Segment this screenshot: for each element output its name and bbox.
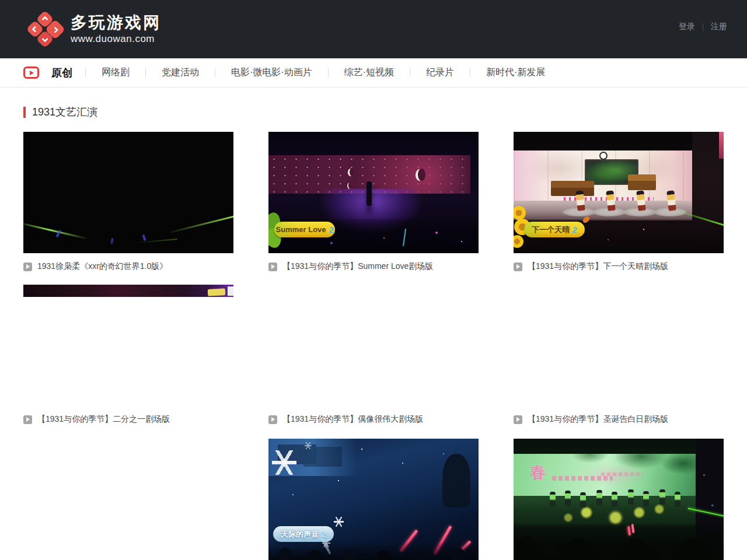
image-fragment: [208, 288, 226, 296]
desk-prop: [628, 174, 656, 190]
duowan-gamepad-icon: [28, 12, 62, 46]
brand-name: 多玩游戏网: [71, 13, 161, 32]
play-triangle-icon: [271, 264, 275, 269]
screen-subtitle-text: [601, 473, 643, 476]
video-card: 【1931与你的季节】偶像很伟大剧场版: [268, 285, 479, 424]
page: 多玩游戏网 www.duowan.com 登录 注册 原创 网络剧 党建活动 电…: [0, 0, 747, 560]
clock-prop: [599, 152, 608, 160]
dancer-figure: [580, 492, 586, 508]
section-title: 1931文艺汇演: [32, 105, 97, 119]
dancer-figure: [612, 491, 617, 507]
brand-text: 多玩游戏网 www.duowan.com: [71, 13, 161, 45]
laser-beam: [23, 222, 87, 239]
dancer-figure: [675, 491, 680, 507]
nav-item-web-drama[interactable]: 网络剧: [86, 66, 145, 79]
auth-links: 登录 注册: [679, 22, 727, 32]
stage-floor: [514, 496, 696, 526]
screen-subtitle-text: [552, 476, 613, 481]
dancer-figure: [643, 491, 649, 506]
nav-item-original[interactable]: 原创: [51, 66, 85, 80]
crescent-moon: [348, 169, 353, 176]
snowflake-decoration: [305, 442, 312, 449]
banner-label: 下一个天晴: [532, 226, 570, 233]
performer-silhouette: [366, 181, 372, 206]
video-caption: 【1931与你的季节】圣诞告白日剧场版: [514, 415, 724, 424]
crescent-moon: [416, 169, 424, 181]
audience-area: [514, 524, 724, 560]
site-header: 多玩游戏网 www.duowan.com 登录 注册: [0, 0, 747, 58]
video-card: 【1931与你的季节】圣诞告白日剧场版: [514, 285, 724, 424]
performer-silhouette: [442, 454, 470, 508]
dancer-figure: [565, 490, 571, 506]
video-card: 1931徐枭柔《xxr的奇幻世界1.0版》: [23, 132, 233, 271]
episode-banner: Summer Love 2: [274, 222, 335, 237]
play-triangle-icon: [271, 417, 275, 422]
play-icon: [268, 262, 277, 271]
video-caption: 1931徐枭柔《xxr的奇幻世界1.0版》: [23, 262, 233, 271]
site-logo[interactable]: 多玩游戏网 www.duowan.com: [28, 12, 161, 46]
video-thumbnail-partial[interactable]: [23, 285, 233, 406]
video-title-link[interactable]: 【1931与你的季节】二分之一剧场版: [37, 414, 170, 425]
pink-light-strip: [719, 132, 724, 159]
glowstick: [110, 238, 114, 244]
video-play-icon: [23, 66, 39, 79]
laser-beam: [170, 214, 233, 233]
play-icon: [514, 262, 522, 271]
play-triangle-icon: [26, 417, 30, 422]
screen-spring-character: 春: [529, 461, 546, 484]
dancer-figure: [628, 489, 634, 505]
up-arrow-icon: [41, 16, 48, 22]
video-title-link[interactable]: 【1931与你的季节】偶像很伟大剧场版: [282, 414, 423, 425]
section-accent-bar: [23, 107, 26, 118]
video-thumbnail[interactable]: Summer Love 2: [268, 132, 479, 253]
dancer-figure: [659, 489, 665, 505]
video-thumbnail-empty[interactable]: [268, 285, 479, 406]
nav-item-variety-short-video[interactable]: 综艺·短视频: [329, 66, 410, 79]
banner-label: Summer Love: [276, 226, 326, 233]
glowstick: [142, 235, 146, 242]
video-card: 春: [514, 439, 724, 560]
image-fragment: [228, 286, 233, 296]
snowflake-decoration: [272, 450, 296, 475]
dancer-figure: [550, 491, 556, 507]
nav-item-movies[interactable]: 电影·微电影·动画片: [215, 66, 328, 79]
brand-url: www.duowan.com: [71, 33, 161, 45]
play-icon: [268, 415, 277, 424]
login-link[interactable]: 登录: [679, 22, 695, 32]
video-thumbnail[interactable]: 春: [514, 439, 724, 560]
down-arrow-icon: [41, 36, 48, 42]
nav-item-party-building[interactable]: 党建活动: [146, 66, 215, 79]
episode-banner: 下一个天晴 2: [524, 222, 585, 237]
banner-label: 天际的声音: [281, 530, 319, 538]
video-caption: 【1931与你的季节】偶像很伟大剧场版: [268, 415, 479, 424]
play-triangle-icon: [516, 417, 520, 422]
play-icon: [23, 415, 32, 424]
banner-mascot-glyph: 2: [572, 225, 578, 234]
episode-banner: 天际的声音 2: [273, 526, 334, 542]
auth-divider: [703, 23, 703, 31]
right-arrow-icon: [52, 26, 58, 33]
video-card: 天际的声音 2: [268, 439, 479, 560]
video-thumbnail[interactable]: [23, 132, 233, 253]
video-thumbnail[interactable]: 下一个天晴 2: [514, 132, 724, 253]
section-header: 1931文艺汇演: [23, 105, 97, 119]
banner-mascot-glyph: 2: [321, 530, 327, 538]
video-title-link[interactable]: 【1931与你的季节】Summer Love剧场版: [282, 261, 433, 272]
video-title-link[interactable]: 1931徐枭柔《xxr的奇幻世界1.0版》: [37, 261, 167, 272]
video-title-link[interactable]: 【1931与你的季节】下一个天晴剧场版: [528, 261, 668, 272]
video-title-link[interactable]: 【1931与你的季节】圣诞告白日剧场版: [528, 414, 668, 425]
video-card: [23, 439, 233, 560]
register-link[interactable]: 注册: [711, 22, 727, 32]
play-triangle-icon: [516, 264, 520, 269]
play-triangle-icon: [30, 71, 34, 75]
play-icon: [514, 415, 522, 424]
video-card: 下一个天晴 2 【1931与你的季节】下一个天晴剧场版: [514, 132, 724, 271]
video-thumbnail-empty[interactable]: [514, 285, 724, 406]
video-caption: 【1931与你的季节】Summer Love剧场版: [268, 262, 479, 271]
video-thumbnail[interactable]: 天际的声音 2: [268, 439, 479, 560]
nav-item-documentary[interactable]: 纪录片: [410, 66, 470, 79]
partially-loaded-image: [23, 285, 233, 297]
main-nav: 原创 网络剧 党建活动 电影·微电影·动画片 综艺·短视频 纪录片 新时代·新发…: [0, 58, 747, 88]
video-thumbnail-empty[interactable]: [23, 439, 233, 560]
nav-item-new-era[interactable]: 新时代·新发展: [470, 66, 561, 79]
